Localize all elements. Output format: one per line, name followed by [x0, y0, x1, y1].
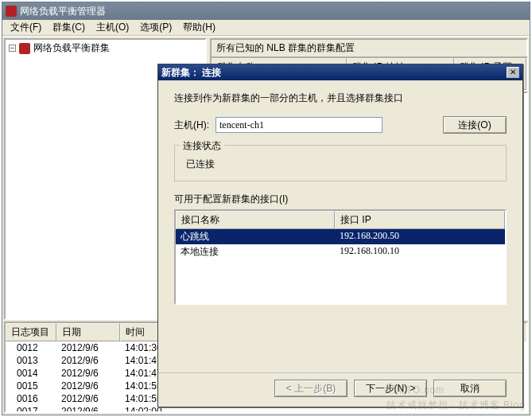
menu-file[interactable]: 文件(F): [6, 19, 46, 36]
status-group: 连接状态 已连接: [174, 145, 507, 181]
menubar: 文件(F) 群集(C) 主机(O) 选项(P) 帮助(H): [2, 20, 530, 36]
menu-help[interactable]: 帮助(H): [178, 19, 220, 36]
menu-host[interactable]: 主机(O): [91, 19, 134, 36]
iface-row[interactable]: 本地连接192.168.100.10: [176, 244, 505, 259]
tree-root-label: 网络负载平衡群集: [33, 41, 110, 55]
tree-root[interactable]: − 网络负载平衡群集: [6, 40, 205, 57]
dialog-body: 连接到作为新群集的一部分的主机，并且选择群集接口 主机(H): 连接(O) 连接…: [158, 80, 522, 372]
iface-rows: 心跳线192.168.200.50本地连接192.168.100.10: [176, 229, 505, 259]
close-icon[interactable]: ✕: [507, 67, 519, 78]
main-titlebar: 网络负载平衡管理器: [2, 2, 530, 20]
cluster-icon: [19, 43, 30, 54]
main-title-text: 网络负载平衡管理器: [20, 5, 106, 18]
menu-options[interactable]: 选项(P): [135, 19, 177, 36]
tree-toggle-icon[interactable]: −: [9, 45, 16, 52]
col-iface-ip[interactable]: 接口 IP: [335, 211, 505, 229]
dialog-titlebar: 新群集： 连接 ✕: [158, 64, 522, 80]
dialog-prompt: 连接到作为新群集的一部分的主机，并且选择群集接口: [174, 92, 507, 105]
col-log-date[interactable]: 日期: [56, 323, 120, 341]
detail-caption: 所有已知的 NLB 群集的群集配置: [210, 38, 528, 57]
host-row: 主机(H): 连接(O): [174, 116, 507, 134]
host-input[interactable]: [216, 117, 382, 133]
host-label: 主机(H):: [174, 119, 209, 132]
watermark: 51CTO.com 技术成就梦想 · 技术博客 Blog: [386, 373, 526, 412]
iface-list: 接口名称 接口 IP 心跳线192.168.200.50本地连接192.168.…: [174, 209, 507, 305]
status-group-label: 连接状态: [180, 139, 224, 153]
iface-label: 可用于配置新群集的接口(I): [174, 193, 507, 206]
status-text: 已连接: [183, 156, 498, 173]
col-log-item[interactable]: 日志项目: [6, 323, 56, 341]
back-button[interactable]: < 上一步(B): [274, 380, 348, 397]
menu-cluster[interactable]: 群集(C): [48, 19, 90, 36]
col-iface-name[interactable]: 接口名称: [176, 211, 335, 229]
iface-head: 接口名称 接口 IP: [176, 211, 505, 229]
app-icon: [6, 6, 17, 17]
new-cluster-dialog: 新群集： 连接 ✕ 连接到作为新群集的一部分的主机，并且选择群集接口 主机(H)…: [157, 64, 523, 407]
connect-button[interactable]: 连接(O): [443, 116, 507, 134]
iface-row[interactable]: 心跳线192.168.200.50: [176, 229, 505, 244]
dialog-title-text: 新群集： 连接: [161, 66, 507, 80]
